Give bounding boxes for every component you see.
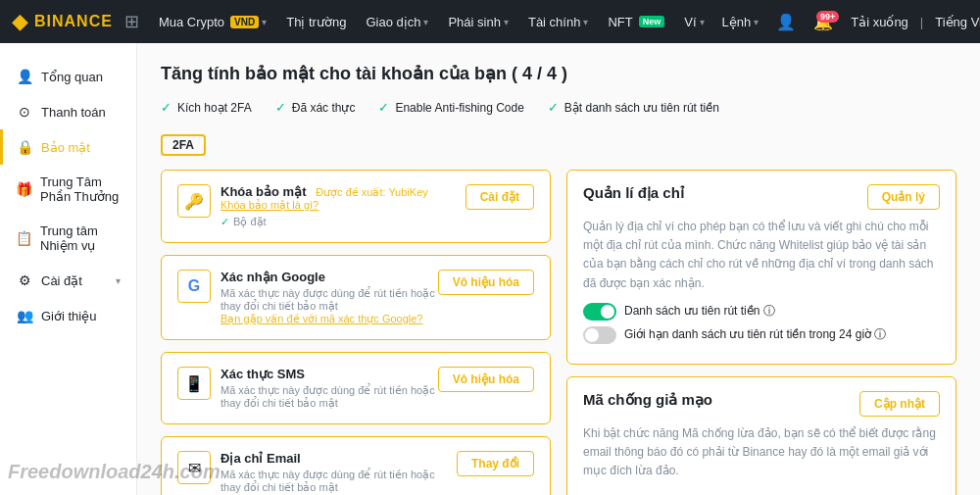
sidebar-item-bao-mat[interactable]: 🔒 Bảo mật bbox=[0, 129, 136, 165]
yubikey-set: ✓ Bộ đặt bbox=[220, 216, 428, 228]
step-2fa: ✓ Kích hoạt 2FA bbox=[161, 100, 252, 115]
payment-icon: ⊙ bbox=[16, 104, 33, 120]
check-icon: ✓ bbox=[378, 100, 389, 115]
nav-vi[interactable]: Ví ▾ bbox=[676, 15, 711, 29]
referral-icon: 👥 bbox=[16, 308, 33, 323]
time-limit-toggle-row: Giới hạn danh sách ưu tiên rút tiền tron… bbox=[583, 326, 940, 344]
sms-title: Xác thực SMS bbox=[220, 367, 438, 381]
time-limit-toggle[interactable] bbox=[583, 326, 616, 344]
email-card: ✉ Địa chỉ Email Mã xác thực này được dùn… bbox=[161, 436, 551, 495]
whitelist-toggle[interactable] bbox=[583, 303, 616, 321]
sidebar: 👤 Tổng quan ⊙ Thanh toán 🔒 Bảo mật 🎁 Tru… bbox=[0, 43, 137, 495]
google-info: Xác nhận Google Mã xác thực này được dùn… bbox=[220, 270, 438, 325]
right-column: Quản lí địa chỉ Quản lý Quản lý địa chỉ … bbox=[566, 170, 956, 495]
address-mgmt-button[interactable]: Quản lý bbox=[867, 184, 940, 210]
address-mgmt-card: Quản lí địa chỉ Quản lý Quản lý địa chỉ … bbox=[566, 170, 956, 365]
sms-card: 📱 Xác thực SMS Mã xác thực này được dùng… bbox=[161, 352, 551, 424]
email-subtitle: Mã xác thực này được dùng để rút tiền ho… bbox=[220, 469, 457, 494]
yubikey-card-header: 🔑 Khóa bảo mật Được đề xuất: YubiKey Khó… bbox=[177, 184, 534, 228]
notification-icon[interactable]: 🔔 99+ bbox=[806, 13, 841, 31]
yubikey-link[interactable]: Khóa bảo mật là gì? bbox=[220, 199, 428, 212]
nav-lenh[interactable]: Lệnh ▾ bbox=[714, 15, 767, 29]
yubikey-title: Khóa bảo mật Được đề xuất: YubiKey bbox=[220, 184, 428, 199]
email-action-button[interactable]: Thay đổi bbox=[457, 451, 534, 476]
step-anti-fishing: ✓ Enable Anti-fishing Code bbox=[378, 100, 523, 115]
nav-mua-crypto[interactable]: Mua Crypto VND ▾ bbox=[151, 15, 274, 29]
anti-phishing-code-row: Mã chống giả mạo •••••••• bbox=[583, 490, 940, 495]
left-column: 🔑 Khóa bảo mật Được đề xuất: YubiKey Khó… bbox=[161, 170, 551, 495]
topnav-right: Ví ▾ Lệnh ▾ 👤 🔔 99+ Tải xuống | Tiếng Vi… bbox=[676, 13, 980, 31]
nav-nft[interactable]: NFT New bbox=[600, 15, 672, 29]
yubikey-card-left: 🔑 Khóa bảo mật Được đề xuất: YubiKey Khó… bbox=[177, 184, 466, 228]
email-title: Địa chỉ Email bbox=[220, 451, 457, 466]
check-icon: ✓ bbox=[220, 216, 229, 228]
chevron-down-icon: ▾ bbox=[583, 17, 588, 27]
google-auth-card: G Xác nhận Google Mã xác thực này được d… bbox=[161, 255, 551, 340]
google-auth-card-header: G Xác nhận Google Mã xác thực này được d… bbox=[177, 270, 534, 325]
user-icon: 👤 bbox=[16, 69, 33, 84]
logo[interactable]: ◆ BINANCE bbox=[12, 9, 113, 34]
yubikey-card: 🔑 Khóa bảo mật Được đề xuất: YubiKey Khó… bbox=[161, 170, 551, 243]
anti-phishing-button[interactable]: Cập nhật bbox=[859, 391, 940, 417]
sidebar-item-cai-dat[interactable]: ⚙ Cài đặt ▾ bbox=[0, 263, 136, 298]
two-col-layout: 🔑 Khóa bảo mật Được đề xuất: YubiKey Khó… bbox=[161, 170, 956, 495]
sidebar-item-nhiem-vu[interactable]: 📋 Trung tâm Nhiệm vụ bbox=[0, 214, 136, 263]
chevron-down-icon: ▾ bbox=[423, 17, 428, 27]
sms-subtitle: Mã xác thực này được dùng để rút tiền ho… bbox=[220, 384, 438, 410]
google-icon: G bbox=[177, 270, 211, 303]
security-steps: ✓ Kích hoạt 2FA ✓ Đã xác thực ✓ Enable A… bbox=[161, 100, 956, 115]
user-icon[interactable]: 👤 bbox=[768, 13, 804, 31]
anti-phishing-header: Mã chống giả mạo Cập nhật bbox=[583, 391, 940, 417]
anti-phishing-card: Mã chống giả mạo Cập nhật Khi bật chức n… bbox=[566, 376, 956, 495]
google-auth-left: G Xác nhận Google Mã xác thực này được d… bbox=[177, 270, 438, 325]
topnav: ◆ BINANCE ⊞ Mua Crypto VND ▾ Thị trường … bbox=[0, 0, 980, 43]
grid-icon[interactable]: ⊞ bbox=[124, 11, 139, 32]
sidebar-item-tong-quan[interactable]: 👤 Tổng quan bbox=[0, 59, 136, 94]
sms-icon: 📱 bbox=[177, 367, 211, 400]
nav-giao-dich[interactable]: Giao dịch ▾ bbox=[358, 15, 436, 29]
lock-icon: 🔒 bbox=[16, 139, 33, 155]
nav-language[interactable]: Tiếng Việt bbox=[927, 15, 980, 29]
google-subtitle: Mã xác thực này được dùng để rút tiền ho… bbox=[220, 287, 438, 313]
nav-tai-chinh[interactable]: Tài chính ▾ bbox=[520, 15, 596, 29]
gear-icon: ⚙ bbox=[16, 272, 33, 288]
check-icon: ✓ bbox=[548, 100, 559, 115]
google-link[interactable]: Bạn gặp vấn đề với mã xác thực Google? bbox=[220, 313, 438, 325]
yubikey-icon: 🔑 bbox=[177, 184, 211, 218]
task-icon: 📋 bbox=[16, 230, 32, 246]
step-whitelist: ✓ Bật danh sách ưu tiên rút tiền bbox=[548, 100, 719, 115]
google-title: Xác nhận Google bbox=[220, 270, 438, 284]
binance-logo-text: BINANCE bbox=[34, 13, 113, 30]
nav-download[interactable]: Tải xuống bbox=[843, 15, 916, 29]
sms-card-header: 📱 Xác thực SMS Mã xác thực này được dùng… bbox=[177, 367, 534, 410]
2fa-badge: 2FA bbox=[161, 134, 206, 156]
sms-info: Xác thực SMS Mã xác thực này được dùng đ… bbox=[220, 367, 438, 410]
chevron-down-icon: ▾ bbox=[262, 17, 267, 27]
chevron-down-icon: ▾ bbox=[754, 17, 759, 27]
chevron-down-icon: ▾ bbox=[116, 275, 121, 286]
whitelist-toggle-row: Danh sách ưu tiên rút tiền ⓘ bbox=[583, 303, 940, 321]
check-icon: ✓ bbox=[161, 100, 172, 115]
chevron-down-icon: ▾ bbox=[504, 17, 509, 27]
main-content: Tăng tính bảo mật cho tài khoản của bạn … bbox=[137, 43, 980, 495]
sidebar-item-phan-thuong[interactable]: 🎁 Trung Tâm Phần Thưởng bbox=[0, 165, 136, 214]
address-mgmt-desc: Quản lý địa chỉ ví cho phép bạn có thể l… bbox=[583, 218, 940, 293]
google-action-button[interactable]: Vô hiệu hóa bbox=[438, 270, 534, 295]
nav-phai-sinh[interactable]: Phái sinh ▾ bbox=[440, 15, 515, 29]
nav-thi-truong[interactable]: Thị trường bbox=[278, 15, 354, 29]
check-icon: ✓ bbox=[275, 100, 286, 115]
yubikey-action-button[interactable]: Cài đặt bbox=[466, 184, 534, 210]
sms-left: 📱 Xác thực SMS Mã xác thực này được dùng… bbox=[177, 367, 438, 410]
address-mgmt-title: Quản lí địa chỉ bbox=[583, 184, 684, 202]
email-icon: ✉ bbox=[177, 451, 211, 484]
email-info: Địa chỉ Email Mã xác thực này được dùng … bbox=[220, 451, 457, 494]
binance-logo-icon: ◆ bbox=[12, 9, 28, 34]
sidebar-item-gioi-thieu[interactable]: 👥 Giới thiệu bbox=[0, 298, 136, 333]
email-card-header: ✉ Địa chỉ Email Mã xác thực này được dùn… bbox=[177, 451, 534, 494]
sidebar-item-thanh-toan[interactable]: ⊙ Thanh toán bbox=[0, 94, 136, 129]
layout: 👤 Tổng quan ⊙ Thanh toán 🔒 Bảo mật 🎁 Tru… bbox=[0, 43, 980, 495]
sms-action-button[interactable]: Vô hiệu hóa bbox=[438, 367, 534, 392]
anti-phishing-desc: Khi bật chức năng Mã chống lừa đảo, bạn … bbox=[583, 424, 940, 481]
address-mgmt-header: Quản lí địa chỉ Quản lý bbox=[583, 184, 940, 210]
email-left: ✉ Địa chỉ Email Mã xác thực này được dùn… bbox=[177, 451, 457, 494]
